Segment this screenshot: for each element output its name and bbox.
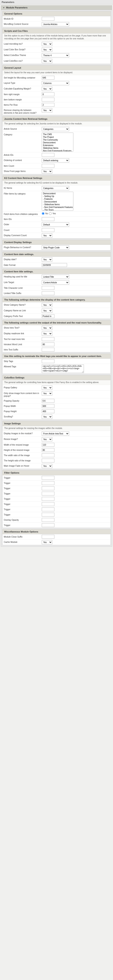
input-strip_tags[interactable] [42,359,54,363]
input-trigger5[interactable] [42,497,54,501]
module-parameters: ▼ Module Parameters General OptionsModul… [1,5,112,547]
param-control-filter_items_by_category: Democontent- Setting Up- Features- Democ… [42,192,109,211]
select-show_intro_text[interactable]: YesNo [42,326,52,330]
select-heading_tag_for_title[interactable]: Linked Title [42,275,69,279]
input-count[interactable] [42,228,54,232]
input-text_for_read_more_link[interactable] [42,337,54,341]
select-only_show_image_from_content_item[interactable]: YesNo [42,391,52,396]
select-order[interactable]: Default [42,223,69,227]
param-label-text_for_read_more_link: Text for read more link [4,337,42,340]
select-ordering_of_content[interactable]: Default ordering [42,158,69,162]
select-cache_module[interactable]: YesNo [42,540,52,544]
textarea-allowed_tags[interactable]: <a><ul><li><ol><h1><h2><h3><h4><h5><h6><… [42,364,84,373]
select-display_comment_count[interactable]: YesNo [42,234,52,238]
param-row-module_id: Module ID [3,16,110,21]
input-category_prefix_text[interactable] [42,314,54,318]
input-items_per_row[interactable] [42,103,54,107]
select-category_name_as_link[interactable]: YesNo [42,309,52,313]
input-trigger3[interactable] [42,487,54,490]
select-plugin_behaviour_in_content[interactable]: Strip Plugin Code [42,245,69,250]
param-row-trigger9: Trigger [3,523,110,528]
select-k2_items[interactable]: Categories [42,186,69,190]
select-show_front_page_items[interactable]: YesNo [42,169,52,173]
select-load_microblog_tss[interactable]: YesNo [42,42,52,46]
listbox-filter_items_by_category[interactable]: Democontent- Setting Up- Features- Democ… [42,192,73,211]
select-article_source[interactable]: Categories [42,127,69,131]
input-module_close_suffix[interactable] [42,535,54,539]
input-article_ids[interactable] [42,153,54,157]
param-control-select_colorbox_theme: Theme 4 [42,53,109,57]
param-row-popup_height: Popup Height [3,409,110,414]
input-trigger9[interactable] [42,523,54,527]
input-height_of_resized_image[interactable] [42,448,54,452]
select-calculate_equalising_margin[interactable]: YesNo [42,87,52,91]
radio-label-fetch_items_from_children_categories-yes: Yes [53,212,56,215]
param-control-category: The CMSThe ProjectThe CommunityDemoconte… [42,133,109,151]
param-control-display_readmore_link: YesNo [42,331,109,336]
input-trigger8[interactable] [42,513,54,517]
param-label-display_images_in_module: Display Images in the module? [4,431,42,435]
param-control-date_format [42,263,109,267]
section-general_layout: General LayoutSelect the layout for the … [2,65,111,115]
listbox-category[interactable]: The CMSThe ProjectThe CommunityDemoconte… [42,133,73,151]
param-label-display_date: Display date? [4,258,42,261]
select-load_colorbox_css[interactable]: YesNo [42,59,52,63]
input-trigger1[interactable] [42,476,54,480]
select-display_readmore_link[interactable]: YesNo [42,331,52,336]
input-overlay_opacity[interactable] [42,518,54,522]
param-label-main_image_fade_on_hover: Main Image Fade on Hover [4,464,42,467]
input-trigger2[interactable] [42,481,54,485]
select-show_category_name[interactable]: YesNo [42,303,52,307]
param-control-set_height_microblog_container [42,76,109,80]
collapse-icon[interactable]: ▼ [3,6,5,9]
input-popup_height[interactable] [42,409,54,413]
input-item_count[interactable] [42,164,54,168]
input-limited_title_suffix[interactable] [42,291,54,295]
select-display_images_in_module[interactable]: From Article IntroText [42,431,69,436]
param-row-width_ratio_of_image: The width ratio of the image [3,453,110,458]
select-scrolling[interactable]: YesNo [42,415,52,419]
input-set_height_microblog_container[interactable] [42,76,54,80]
param-row-plugin_behaviour_in_content: Plugin Behaviour in Content?Strip Plugin… [3,245,110,250]
input-module_id[interactable] [42,17,54,21]
select-popup_gallery[interactable]: YesNo [42,386,52,390]
select-load_color_box_script[interactable]: YesNo [42,48,52,52]
input-height_ratio_of_image[interactable] [42,459,54,463]
input-item_bottom_margin[interactable] [42,98,54,102]
input-width_of_resized_image[interactable] [42,443,54,447]
section-title-scripts_css: Scripts and Css Files [3,29,110,33]
input-trigger6[interactable] [42,502,54,506]
select-link_target[interactable]: Content Article [42,280,69,285]
input-width_ratio_of_image[interactable] [42,453,54,457]
radio-fetch_items_from_children_categories-no[interactable] [42,212,45,215]
select-display_date[interactable]: YesNo [42,258,52,262]
select-microblog_content_source[interactable]: Joomla Articles [42,22,69,26]
radio-fetch_items_from_children_categories-yes[interactable] [49,212,52,215]
input-item_ids[interactable] [42,217,54,221]
select-select_colorbox_theme[interactable]: Theme 4 [42,53,69,57]
section-title-read_more: The following settings control the outpu… [3,320,110,325]
select-main_image_fade_on_hover[interactable]: YesNo [42,464,52,468]
select-layout_type[interactable]: Columns [42,81,69,85]
param-row-trigger8: Trigger [3,512,110,517]
param-row-category: CategoryThe CMSThe ProjectThe CommunityD… [3,132,110,153]
input-title_character_limit[interactable] [42,286,54,290]
param-label-popup_gallery: Popup Gallery [4,386,42,389]
param-control-microblog_content_source: Joomla Articles [42,22,109,26]
param-row-items_per_row: Items Per Row [3,102,110,108]
input-popping_opacity[interactable] [42,399,54,402]
input-introtext_word_limit[interactable] [42,342,54,346]
input-item_right_margin[interactable] [42,92,54,96]
input-intro_text_suffix[interactable] [42,348,54,352]
param-label-show_front_page_items: Show Front page Items [4,169,42,173]
select-resize_image[interactable]: YesNo [42,437,52,441]
input-trigger7[interactable] [42,508,54,511]
input-popup_width[interactable] [42,404,54,408]
input-trigger4[interactable] [42,492,54,495]
param-row-display_date: Display date?YesNo [3,257,110,262]
input-date_format[interactable] [42,263,67,267]
select-remove_clearing_div[interactable]: YesNo [42,108,52,112]
param-label-trigger8: Trigger [4,513,42,516]
param-label-article_source: Article Source [4,127,42,130]
param-row-strip_tags: Strip Tags [3,359,110,364]
